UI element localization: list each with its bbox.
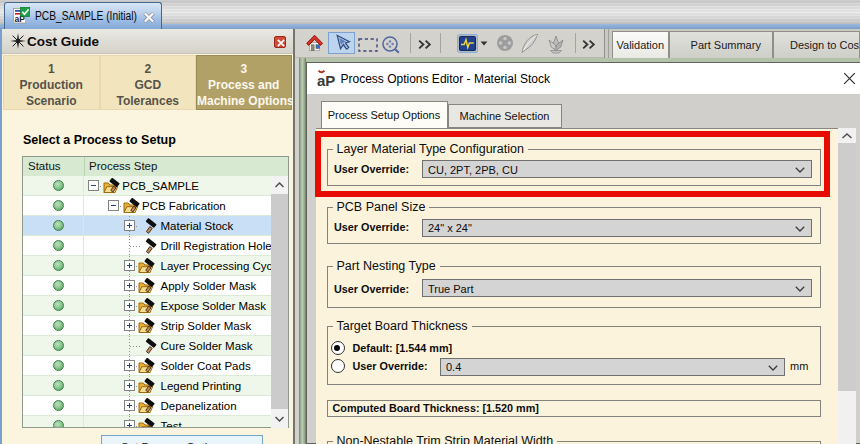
svg-text:aP: aP [317, 72, 335, 89]
